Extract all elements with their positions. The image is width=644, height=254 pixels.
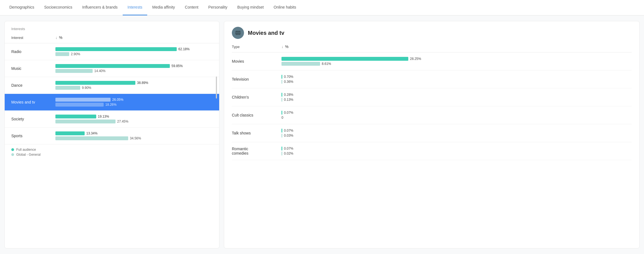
interest-label-movies-tv: Movies and tv: [11, 100, 55, 104]
primary-bar: [55, 115, 96, 118]
detail-label-romantic-comedies: Romanticcomedies: [232, 147, 281, 155]
detail-secondary-value: 8.61%: [322, 62, 331, 66]
secondary-value: 14.40%: [94, 69, 106, 73]
top-navigation: Demographics Socioeconomics Influencers …: [0, 0, 644, 15]
main-content: Interests Interest ↓ % Radio 62.18% 2.90…: [0, 15, 644, 254]
bar-row-primary: 19.13%: [55, 115, 213, 118]
detail-row-talk-shows[interactable]: Talk shows 0.07% 0.03%: [232, 124, 632, 142]
detail-secondary-value: 0.13%: [284, 98, 293, 102]
detail-primary-value: 0.28%: [284, 93, 293, 97]
legend-label-primary: Full audience: [16, 148, 36, 152]
interest-bars-music: 59.85% 14.40%: [55, 64, 213, 73]
primary-value: 13.34%: [86, 131, 98, 135]
nav-personality[interactable]: Personality: [203, 0, 232, 15]
legend-global-general: Global - General: [11, 153, 213, 157]
svg-rect-7: [238, 34, 238, 35]
interest-row-movies-tv[interactable]: Movies and tv 26.05% 18.26%: [5, 94, 219, 111]
secondary-value: 27.45%: [117, 120, 128, 123]
secondary-value: 34.56%: [130, 136, 141, 140]
svg-rect-6: [236, 34, 237, 35]
detail-label-cult-classics: Cult classics: [232, 113, 281, 117]
detail-label-television: Television: [232, 77, 281, 81]
detail-panel-title: Movies and tv: [248, 30, 284, 36]
bar-row-secondary: 18.26%: [55, 103, 213, 107]
interest-row-sports[interactable]: Sports 13.34% 34.56%: [5, 128, 219, 144]
interest-label-society: Society: [11, 117, 55, 121]
primary-value: 62.18%: [178, 47, 190, 51]
detail-divider: [281, 75, 282, 79]
detail-panel-icon: [232, 27, 244, 39]
nav-content[interactable]: Content: [180, 0, 203, 15]
secondary-bar: [55, 69, 93, 73]
nav-interests[interactable]: Interests: [123, 0, 147, 15]
legend-dot-secondary: [11, 153, 14, 156]
scroll-indicator[interactable]: [216, 76, 217, 99]
detail-divider: [281, 111, 282, 115]
svg-rect-4: [238, 31, 238, 32]
primary-bar: [55, 47, 177, 51]
legend-dot-primary: [11, 148, 14, 151]
interest-bars-sports: 13.34% 34.56%: [55, 131, 213, 140]
secondary-value: 9.90%: [82, 86, 91, 90]
detail-label-movies: Movies: [232, 59, 281, 64]
interest-row-society[interactable]: Society 19.13% 27.45%: [5, 111, 219, 128]
detail-row-cult-classics[interactable]: Cult classics 0.07% 0: [232, 106, 632, 124]
detail-label-talk-shows: Talk shows: [232, 131, 281, 135]
primary-bar: [55, 64, 170, 68]
detail-bars-talk-shows: 0.07% 0.03%: [281, 129, 632, 137]
type-col-header: Type: [232, 45, 281, 49]
detail-bar-secondary-row: 0: [281, 116, 632, 120]
nav-buying-mindset[interactable]: Buying mindset: [232, 0, 269, 15]
detail-bar-primary-row: 0.07%: [281, 147, 632, 150]
detail-row-movies[interactable]: Movies 28.25% 8.61%: [232, 52, 632, 70]
detail-bar-secondary-row: 0.03%: [281, 134, 632, 137]
nav-influencers[interactable]: Influencers & brands: [77, 0, 122, 15]
interest-row-dance[interactable]: Dance 38.89% 9.90%: [5, 77, 219, 94]
secondary-value: 2.90%: [71, 52, 80, 56]
bar-row-primary: 59.85%: [55, 64, 213, 68]
detail-primary-value: 0.07%: [284, 147, 293, 150]
interest-row-radio[interactable]: Radio 62.18% 2.90%: [5, 43, 219, 60]
interest-row-music[interactable]: Music 59.85% 14.40%: [5, 60, 219, 77]
nav-online-habits[interactable]: Online habits: [269, 0, 301, 15]
detail-bars-cult-classics: 0.07% 0: [281, 111, 632, 120]
detail-row-childrens[interactable]: Children's 0.28% 0.13%: [232, 88, 632, 106]
detail-bars-childrens: 0.28% 0.13%: [281, 93, 632, 102]
detail-row-romantic-comedies[interactable]: Romanticcomedies 0.07% 0.02%: [232, 142, 632, 160]
detail-divider-secondary: [281, 98, 282, 102]
pct-col-header: %: [59, 35, 62, 40]
detail-row-television[interactable]: Television 0.70% 0.36%: [232, 70, 632, 88]
detail-bar-primary-row: 0.07%: [281, 111, 632, 115]
bar-row-secondary: 27.45%: [55, 120, 213, 123]
sort-col-header[interactable]: ↓ %: [55, 35, 213, 40]
detail-bars-television: 0.70% 0.36%: [281, 75, 632, 84]
detail-sort-col[interactable]: ↓ %: [281, 44, 632, 49]
secondary-bar: [55, 103, 104, 107]
detail-bar-secondary-row: 0.13%: [281, 98, 632, 102]
detail-secondary-value: 0.03%: [284, 134, 293, 137]
detail-pct-col: %: [285, 44, 288, 49]
detail-bar-secondary-row: 8.61%: [281, 62, 632, 66]
detail-primary-bar: [281, 57, 408, 61]
detail-bar-secondary-row: 0.36%: [281, 80, 632, 84]
svg-rect-8: [239, 34, 240, 35]
nav-demographics[interactable]: Demographics: [4, 0, 39, 15]
bar-row-primary: 13.34%: [55, 131, 213, 135]
secondary-bar: [55, 120, 116, 123]
detail-bar-secondary-row: 0.02%: [281, 152, 632, 155]
secondary-bar: [55, 136, 128, 140]
nav-socioeconomics[interactable]: Socioeconomics: [39, 0, 77, 15]
svg-rect-1: [235, 32, 241, 32]
detail-primary-value: 28.25%: [410, 57, 421, 61]
detail-bar-primary-row: 0.07%: [281, 129, 632, 133]
secondary-value: 18.26%: [105, 103, 117, 107]
nav-media-affinity[interactable]: Media affinity: [147, 0, 180, 15]
detail-bar-primary-row: 28.25%: [281, 57, 632, 61]
detail-primary-value: 0.07%: [284, 111, 293, 115]
chart-legend: Full audience Global - General: [5, 144, 219, 160]
interest-bars-radio: 62.18% 2.90%: [55, 47, 213, 56]
detail-divider: [281, 129, 282, 133]
interest-label-radio: Radio: [11, 49, 55, 54]
detail-bar-primary-row: 0.70%: [281, 75, 632, 79]
primary-bar: [55, 131, 85, 135]
